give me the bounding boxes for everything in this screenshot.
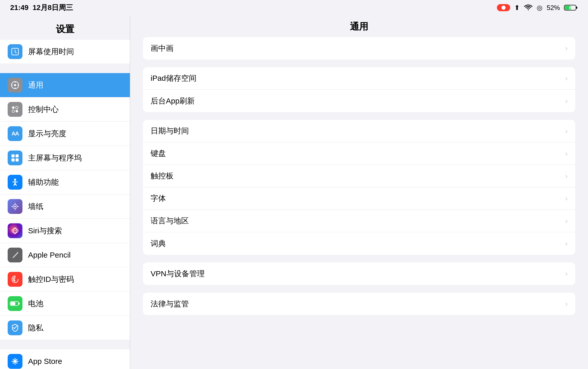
sidebar-title: 设置 xyxy=(0,18,130,40)
keyboard-label: 键盘 xyxy=(151,148,166,159)
sidebar-item-apple-pencil[interactable]: Apple Pencil xyxy=(0,243,130,267)
sidebar-item-homescreen[interactable]: 主屏幕与程序坞 xyxy=(0,146,130,170)
battery-text: 52% xyxy=(547,4,560,12)
background-refresh-chevron: › xyxy=(565,97,568,105)
sidebar-item-siri[interactable]: Siri与搜索 xyxy=(0,219,130,243)
battery-icon xyxy=(564,4,578,11)
svg-point-5 xyxy=(14,84,16,86)
svg-rect-35 xyxy=(11,302,15,305)
datetime-label: 日期与时间 xyxy=(151,126,189,136)
sidebar-item-general[interactable]: 通用 xyxy=(0,73,130,97)
row-pip[interactable]: 画中画 › xyxy=(143,37,575,60)
row-language[interactable]: 语言与地区 › xyxy=(143,210,575,232)
location-icon: ◎ xyxy=(537,4,543,12)
ipad-storage-chevron: › xyxy=(565,74,568,83)
status-icons: ⬆ ◎ 52% xyxy=(497,4,578,12)
sidebar-item-appstore[interactable]: App Store xyxy=(0,349,130,369)
row-legal[interactable]: 法律与监管 › xyxy=(143,293,575,315)
touchid-label: 触控ID与密码 xyxy=(28,274,74,285)
fonts-chevron: › xyxy=(565,194,568,203)
svg-point-24 xyxy=(14,206,16,207)
sidebar-item-accessibility[interactable]: 辅助功能 xyxy=(0,170,130,194)
svg-point-13 xyxy=(16,110,18,112)
wallpaper-label: 墙纸 xyxy=(28,201,43,212)
apple-pencil-icon xyxy=(8,248,22,262)
sidebar-divider-1 xyxy=(0,64,130,73)
accessibility-icon xyxy=(8,175,22,190)
control-center-label: 控制中心 xyxy=(28,104,59,115)
control-center-icon xyxy=(8,102,22,117)
homescreen-icon xyxy=(8,151,22,165)
screen-time-icon xyxy=(8,44,22,59)
svg-point-12 xyxy=(12,110,15,112)
row-fonts[interactable]: 字体 › xyxy=(143,187,575,210)
content-section-legal: 法律与监管 › xyxy=(143,293,575,315)
main-layout: 设置 屏幕使用时间 xyxy=(0,15,588,369)
ipad-storage-label: iPad储存空间 xyxy=(151,73,197,84)
pip-chevron: › xyxy=(565,44,568,52)
display-icon: AA xyxy=(8,126,22,141)
trackpad-label: 触控板 xyxy=(151,171,174,181)
row-trackpad[interactable]: 触控板 › xyxy=(143,165,575,187)
appstore-label: App Store xyxy=(28,357,62,366)
wifi-icon xyxy=(524,4,533,11)
status-date: 12月8日周三 xyxy=(33,3,73,13)
row-background-refresh[interactable]: 后台App刷新 › xyxy=(143,90,575,112)
dictionary-chevron: › xyxy=(565,239,568,248)
background-refresh-label: 后台App刷新 xyxy=(151,96,195,106)
content-section-pip: 画中画 › xyxy=(143,37,575,60)
apple-pencil-label: Apple Pencil xyxy=(28,251,71,259)
wallpaper-icon xyxy=(8,199,22,214)
battery-sidebar-icon xyxy=(8,296,22,311)
row-vpn[interactable]: VPN与设备管理 › xyxy=(143,262,575,285)
sidebar-item-screen-time[interactable]: 屏幕使用时间 xyxy=(0,40,130,64)
legal-chevron: › xyxy=(565,300,568,308)
svg-point-31 xyxy=(15,230,16,231)
row-dictionary[interactable]: 词典 › xyxy=(143,232,575,255)
general-label: 通用 xyxy=(28,80,43,90)
general-icon xyxy=(8,78,22,93)
dictionary-label: 词典 xyxy=(151,238,166,249)
svg-rect-14 xyxy=(11,154,15,157)
svg-rect-17 xyxy=(16,158,19,162)
svg-rect-34 xyxy=(18,303,20,305)
privacy-icon xyxy=(8,320,22,335)
row-datetime[interactable]: 日期与时间 › xyxy=(143,120,575,142)
status-time: 21:49 xyxy=(10,4,29,12)
row-keyboard[interactable]: 键盘 › xyxy=(143,142,575,165)
battery-label: 电池 xyxy=(28,298,43,309)
svg-point-10 xyxy=(12,106,15,109)
pip-label: 画中画 xyxy=(151,43,174,54)
touchid-icon xyxy=(8,272,22,287)
homescreen-label: 主屏幕与程序坞 xyxy=(28,153,82,163)
content-section-datetime: 日期与时间 › 键盘 › 触控板 › 字体 › 语言与地区 › 词典 › xyxy=(143,120,575,255)
siri-label: Siri与搜索 xyxy=(28,226,62,236)
sidebar-item-control-center[interactable]: 控制中心 xyxy=(0,97,130,122)
privacy-label: 隐私 xyxy=(28,323,43,333)
svg-rect-15 xyxy=(16,154,19,157)
svg-rect-1 xyxy=(576,7,577,9)
row-ipad-storage[interactable]: iPad储存空间 › xyxy=(143,67,575,90)
fonts-label: 字体 xyxy=(151,193,166,204)
record-dot xyxy=(501,6,506,10)
accessibility-label: 辅助功能 xyxy=(28,177,59,188)
vpn-chevron: › xyxy=(565,270,568,278)
vpn-label: VPN与设备管理 xyxy=(151,269,205,279)
status-bar: 21:49 12月8日周三 ⬆ ◎ 52% xyxy=(0,0,588,15)
language-chevron: › xyxy=(565,217,568,225)
sidebar: 设置 屏幕使用时间 xyxy=(0,15,130,369)
sidebar-item-wallpaper[interactable]: 墙纸 xyxy=(0,194,130,219)
sidebar-item-touchid[interactable]: 触控ID与密码 xyxy=(0,267,130,292)
screen-time-label: 屏幕使用时间 xyxy=(28,47,74,57)
svg-point-11 xyxy=(16,106,18,109)
sidebar-item-display[interactable]: AA 显示与亮度 xyxy=(0,122,130,146)
content-area: 通用 画中画 › iPad储存空间 › 后台App刷新 › 日期与时间 › xyxy=(130,15,588,369)
svg-rect-16 xyxy=(11,158,15,162)
sidebar-item-privacy[interactable]: 隐私 xyxy=(0,316,130,340)
navigation-icon: ⬆ xyxy=(514,4,520,12)
record-indicator xyxy=(497,4,510,11)
datetime-chevron: › xyxy=(565,127,568,135)
sidebar-item-battery[interactable]: 电池 xyxy=(0,292,130,316)
keyboard-chevron: › xyxy=(565,149,568,158)
language-label: 语言与地区 xyxy=(151,216,189,226)
